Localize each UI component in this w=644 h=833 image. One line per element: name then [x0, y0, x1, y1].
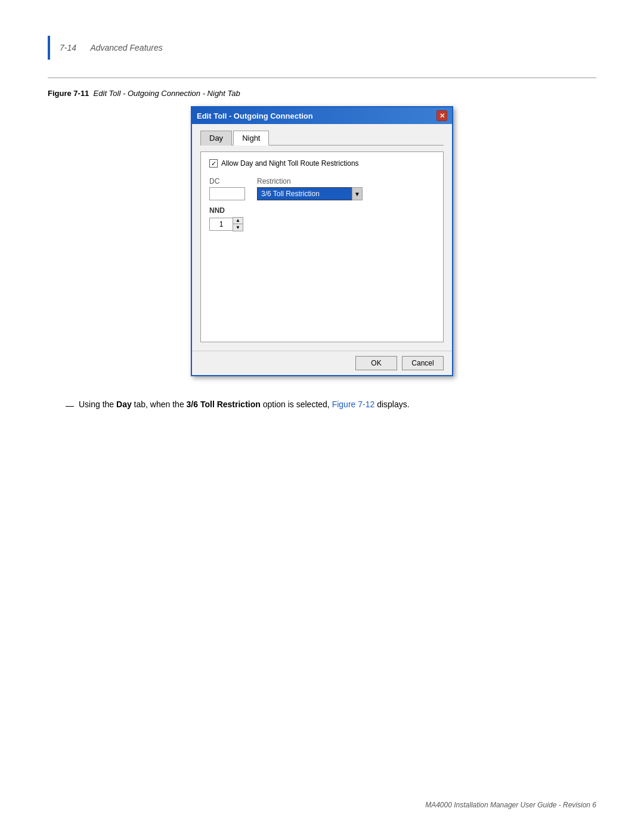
dc-input[interactable] [209, 187, 245, 200]
page-container: 7-14 Advanced Features Figure 7-11 Edit … [0, 0, 644, 833]
dialog-titlebar: Edit Toll - Outgoing Connection ✕ [192, 107, 452, 124]
nnd-section: NND 1 ▲ ▼ [209, 206, 435, 231]
allow-restrictions-checkbox[interactable]: ✓ [209, 159, 218, 168]
dash-symbol: — [66, 399, 74, 412]
dialog-wrapper: Edit Toll - Outgoing Connection ✕ Day Ni… [48, 106, 596, 376]
page-label: 7-14 Advanced Features [60, 43, 163, 52]
restriction-value: 3/6 Toll Restriction [261, 190, 320, 198]
ok-button[interactable]: OK [355, 356, 397, 370]
divider [48, 78, 596, 78]
dialog-title: Edit Toll - Outgoing Connection [197, 112, 313, 120]
tab-bar: Day Night [200, 130, 444, 145]
figure-caption: Figure 7-11 Edit Toll - Outgoing Connect… [48, 89, 596, 98]
figure-number: Figure 7-11 [48, 89, 89, 98]
tab-day[interactable]: Day [200, 131, 232, 145]
dc-field-col: DC [209, 177, 245, 200]
text-end: displays. [374, 400, 409, 409]
footer-text: MA4000 Installation Manager User Guide -… [425, 801, 596, 809]
fields-section: DC Restriction 3/6 Toll Restriction ▼ [209, 177, 435, 200]
restriction-col: Restriction 3/6 Toll Restriction ▼ [257, 177, 363, 200]
body-text: — Using the Day tab, when the 3/6 Toll R… [66, 398, 596, 412]
dialog-inner: ✓ Allow Day and Night Toll Route Restric… [200, 151, 444, 342]
nnd-input[interactable]: 1 [209, 218, 233, 231]
bold-day: Day [116, 400, 132, 409]
dc-label: DC [209, 177, 245, 185]
footer-label: MA4000 Installation Manager User Guide -… [425, 801, 596, 809]
page-number: 7-14 [60, 43, 76, 52]
spinner-buttons: ▲ ▼ [233, 217, 243, 231]
header-section: 7-14 Advanced Features [48, 36, 596, 60]
dialog-box: Edit Toll - Outgoing Connection ✕ Day Ni… [191, 106, 453, 376]
cancel-button[interactable]: Cancel [402, 356, 444, 370]
nnd-spinner: 1 ▲ ▼ [209, 217, 435, 231]
restriction-select-row: 3/6 Toll Restriction ▼ [257, 187, 363, 200]
checkbox-row: ✓ Allow Day and Night Toll Route Restric… [209, 159, 435, 168]
restriction-dropdown-value[interactable]: 3/6 Toll Restriction [257, 187, 352, 200]
spinner-down[interactable]: ▼ [233, 224, 243, 231]
spinner-up[interactable]: ▲ [233, 218, 243, 224]
figure-link[interactable]: Figure 7-12 [332, 400, 375, 409]
tab-night-label: Night [242, 134, 260, 143]
text-before-bold: Using the [79, 400, 116, 409]
body-content: Using the Day tab, when the 3/6 Toll Res… [79, 398, 410, 411]
blue-bar-accent [48, 36, 50, 60]
close-button[interactable]: ✕ [436, 110, 447, 121]
text-middle: tab, when the [132, 400, 187, 409]
body-paragraph: — Using the Day tab, when the 3/6 Toll R… [66, 398, 596, 412]
figure-caption-text: Edit Toll - Outgoing Connection - Night … [94, 89, 240, 98]
restriction-dropdown-arrow[interactable]: ▼ [352, 187, 363, 200]
nnd-label: NND [209, 206, 435, 215]
dialog-footer: OK Cancel [192, 351, 452, 375]
text-after: option is selected, [261, 400, 332, 409]
section-title: Advanced Features [90, 43, 162, 52]
tab-day-label: Day [209, 134, 223, 143]
dialog-content: Day Night ✓ Allow Day and Night Toll Rou… [192, 124, 452, 351]
tab-night[interactable]: Night [233, 131, 269, 145]
checkbox-label: Allow Day and Night Toll Route Restricti… [221, 159, 359, 168]
bold-restriction: 3/6 Toll Restriction [187, 400, 261, 409]
restriction-label: Restriction [257, 177, 363, 185]
